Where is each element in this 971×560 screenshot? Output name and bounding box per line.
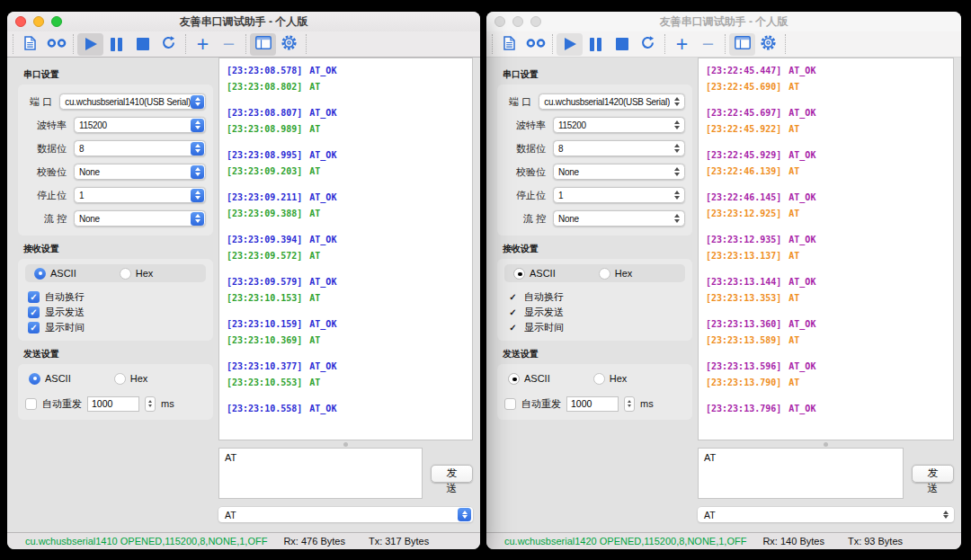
settings-button[interactable]	[276, 33, 302, 56]
log-entry: [23:23:09.211]AT_OK	[227, 190, 465, 206]
zoom-button[interactable]	[530, 16, 541, 27]
toolbar-separator	[306, 34, 307, 54]
receive-option-checkbox[interactable]: 显示时间	[28, 320, 206, 335]
setting-select[interactable]: None	[553, 210, 685, 227]
setting-label: 停止位	[25, 189, 67, 202]
resend-interval-input[interactable]	[87, 396, 139, 412]
new-file-button[interactable]	[496, 33, 522, 56]
send-input[interactable]: AT	[698, 448, 904, 499]
close-button[interactable]	[494, 16, 505, 27]
log-entry: [23:22:45.447]AT_OK	[706, 63, 946, 79]
refresh-button[interactable]	[156, 33, 182, 56]
log-entry: [23:23:10.153]AT	[227, 290, 465, 307]
send-input[interactable]: AT	[218, 448, 423, 499]
receive-option-checkbox[interactable]: 自动换行	[507, 289, 685, 305]
play-button[interactable]	[77, 33, 103, 56]
log-entry: [23:23:10.369]AT	[227, 333, 465, 349]
setting-select[interactable]: 1	[553, 187, 685, 203]
radio-hex[interactable]: Hex	[599, 268, 633, 280]
voicemail-record-icon	[47, 38, 67, 51]
receive-option-checkbox[interactable]: 显示发送	[28, 305, 206, 320]
log-entry: [23:23:08.802]AT	[227, 79, 465, 95]
log-entry: [23:23:13.360]AT_OK	[706, 316, 946, 333]
number-stepper-icon[interactable]	[624, 396, 635, 412]
radio-hex[interactable]: Hex	[120, 268, 154, 280]
settings-button[interactable]	[755, 33, 781, 56]
resend-interval-input[interactable]	[566, 396, 619, 412]
receive-option-checkbox[interactable]: 显示时间	[507, 320, 685, 335]
splitter-handle[interactable]	[218, 440, 473, 448]
zoom-button[interactable]	[51, 16, 62, 27]
log-entry: [23:23:08.578]AT_OK	[227, 63, 465, 79]
splitter-handle[interactable]	[698, 440, 954, 448]
add-button[interactable]: +	[190, 33, 216, 56]
tx-bytes: Tx: 317 Bytes	[369, 536, 429, 547]
toolbar: + −	[7, 31, 480, 58]
refresh-button[interactable]	[635, 33, 661, 56]
toolbar-separator	[785, 34, 786, 54]
setting-select[interactable]: 115200	[74, 117, 206, 133]
radio-hex[interactable]: Hex	[114, 373, 148, 385]
pause-button[interactable]	[103, 33, 129, 56]
log-output[interactable]: [23:22:45.447]AT_OK [23:22:45.690]AT [23…	[698, 58, 954, 440]
stop-button[interactable]	[129, 33, 156, 56]
setting-select[interactable]: cu.wchusbserial1410(USB Serial)	[59, 93, 206, 110]
receive-option-checkbox[interactable]: 显示发送	[507, 305, 685, 320]
setting-select[interactable]: 8	[553, 140, 685, 156]
stepper-icon	[670, 119, 683, 132]
setting-select[interactable]: None	[74, 164, 206, 180]
radio-ascii[interactable]: ASCII	[34, 268, 76, 280]
new-file-button[interactable]	[17, 33, 43, 56]
setting-select[interactable]: cu.wchusbserial1420(USB Serial)	[539, 93, 685, 110]
connection-status: cu.wchusbserial1420 OPENED,115200,8,NONE…	[504, 536, 746, 547]
log-entry: [23:22:45.697]AT_OK	[706, 105, 946, 121]
setting-select[interactable]: 1	[74, 187, 206, 203]
receive-settings-label: 接收设置	[503, 243, 692, 255]
minimize-button[interactable]	[512, 16, 523, 27]
titlebar[interactable]: 友善串口调试助手 - 个人版	[486, 12, 961, 31]
setting-select[interactable]: None	[553, 164, 685, 180]
setting-label: 波特率	[25, 119, 67, 132]
send-button[interactable]: 发送	[912, 465, 954, 483]
log-output[interactable]: [23:23:08.578]AT_OK [23:23:08.802]AT [23…	[218, 58, 473, 440]
receive-option-checkbox[interactable]: 自动换行	[28, 289, 206, 305]
play-button[interactable]	[557, 33, 583, 56]
number-stepper-icon[interactable]	[145, 396, 156, 412]
auto-resend-label: 自动重发	[42, 397, 82, 411]
auto-resend-checkbox[interactable]	[25, 398, 37, 410]
close-button[interactable]	[15, 16, 26, 27]
pause-icon	[590, 38, 601, 51]
panel-layout-button[interactable]	[729, 33, 755, 56]
stepper-icon	[670, 95, 683, 109]
send-button[interactable]: 发送	[431, 465, 473, 483]
remove-button[interactable]: −	[695, 33, 721, 56]
remove-button[interactable]: −	[216, 33, 242, 56]
setting-select[interactable]: None	[74, 210, 206, 227]
radio-ascii[interactable]: ASCII	[29, 373, 71, 385]
history-dropdown[interactable]: AT	[698, 507, 954, 522]
panel-layout-button[interactable]	[250, 33, 276, 56]
toolbar-separator	[13, 34, 13, 54]
log-entry: [23:23:09.394]AT_OK	[227, 232, 465, 248]
minimize-button[interactable]	[33, 16, 44, 27]
history-dropdown[interactable]: AT	[218, 507, 473, 522]
status-bar: cu.wchusbserial1420 OPENED,115200,8,NONE…	[486, 532, 961, 549]
radio-ascii[interactable]: ASCII	[513, 268, 556, 280]
titlebar[interactable]: 友善串口调试助手 - 个人版	[7, 12, 480, 31]
radio-ascii[interactable]: ASCII	[508, 373, 550, 385]
record-button[interactable]	[43, 33, 69, 56]
radio-hex[interactable]: Hex	[593, 373, 628, 385]
add-button[interactable]: +	[669, 33, 695, 56]
auto-resend-checkbox[interactable]	[504, 398, 516, 410]
toolbar-separator	[664, 34, 665, 54]
stop-button[interactable]	[609, 33, 635, 56]
setting-select[interactable]: 8	[74, 140, 206, 156]
send-settings-label: 发送设置	[503, 348, 692, 360]
log-entry: [23:23:10.553]AT	[227, 375, 465, 391]
toolbar-separator	[725, 34, 726, 54]
setting-select[interactable]: 115200	[553, 117, 685, 133]
record-button[interactable]	[522, 33, 548, 56]
log-entry: [23:23:13.144]AT_OK	[706, 274, 946, 290]
pause-button[interactable]	[583, 33, 609, 56]
setting-label: 流 控	[25, 212, 67, 226]
